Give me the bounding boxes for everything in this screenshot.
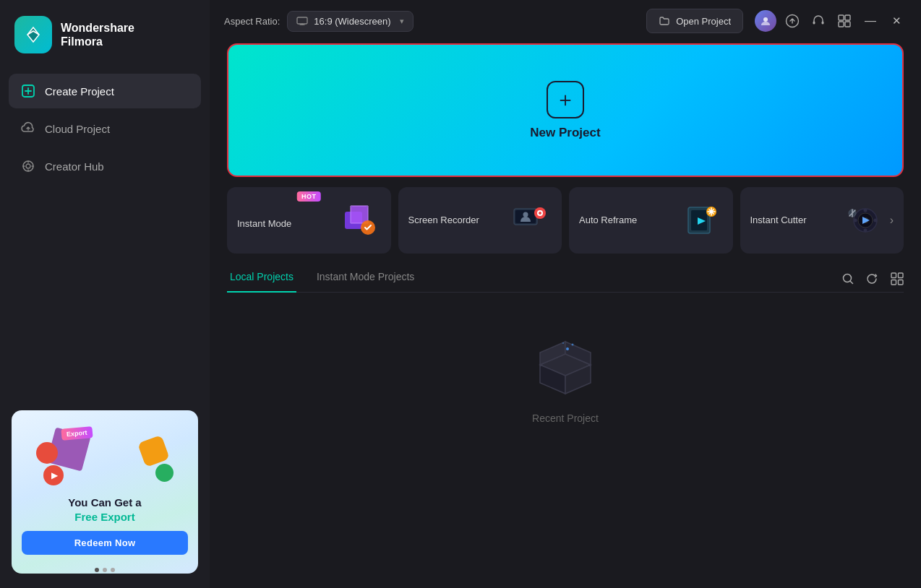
svg-rect-37 [891,280,896,285]
svg-point-30 [853,219,857,222]
svg-rect-35 [891,273,896,278]
new-project-banner[interactable]: ＋ New Project [227,43,904,177]
quick-tool-auto-reframe[interactable]: Auto Reframe [569,187,733,254]
svg-point-2 [26,164,30,168]
sidebar-creator-hub-label: Creator Hub [45,160,104,173]
svg-rect-10 [839,22,844,27]
minimize-button[interactable]: — [860,11,881,31]
promo-dots [12,568,198,572]
quick-tool-instant-mode[interactable]: HOT Instant Mode [227,187,391,254]
svg-point-40 [572,344,574,346]
svg-point-29 [863,229,867,233]
instant-cutter-label: Instant Cutter [750,215,832,227]
promo-dot-3 [111,568,115,572]
app-name: Wondershare Filmora [61,21,134,48]
svg-point-20 [539,212,541,215]
cloud-icon [20,121,36,137]
new-project-plus-icon: ＋ [547,81,584,118]
topbar-left: Aspect Ratio: 16:9 (Widescreen) ▾ [224,11,414,32]
svg-point-31 [873,219,877,222]
svg-point-4 [763,17,768,22]
empty-state-label: Recent Project [532,412,599,424]
empty-box-icon [526,336,605,401]
logo-icon [14,16,52,53]
sidebar-item-creator-hub[interactable]: Creator Hub [9,149,201,183]
promo-play-icon: ▶ [43,465,64,485]
aspect-ratio-value: 16:9 (Widescreen) [314,16,390,27]
promo-art: Export ▶ [22,420,188,493]
sidebar-item-create-project[interactable]: Create Project [9,74,201,108]
svg-rect-8 [839,15,844,20]
sidebar-item-cloud-project[interactable]: Cloud Project [9,111,201,146]
auto-reframe-icon [680,199,723,242]
aspect-ratio-dropdown[interactable]: 16:9 (Widescreen) ▾ [287,11,413,32]
creator-hub-icon [20,158,36,174]
user-avatar[interactable] [755,10,776,32]
instant-cutter-icon [838,199,881,242]
topbar-right: Open Project [646,9,907,33]
svg-point-39 [566,347,569,350]
new-project-label: New Project [530,126,600,140]
dropdown-arrow-icon: ▾ [400,17,404,26]
window-controls-group: — ✕ [755,10,907,32]
tabs-right-controls [841,272,904,285]
promo-shape-orange [137,435,170,467]
empty-state: Recent Project [227,307,904,438]
folder-icon [659,15,670,27]
svg-point-41 [562,342,564,344]
svg-rect-3 [297,17,307,24]
redeem-button[interactable]: Redeem Now [22,531,188,555]
sidebar-cloud-project-label: Cloud Project [45,123,110,135]
sidebar-create-project-label: Create Project [45,85,114,98]
quick-tool-screen-recorder[interactable]: Screen Recorder [398,187,562,254]
tab-instant-mode-projects[interactable]: Instant Mode Projects [314,265,417,293]
open-project-label: Open Project [676,16,731,27]
promo-line2: Free Export [74,511,134,523]
open-project-button[interactable]: Open Project [646,9,743,33]
svg-rect-7 [822,22,824,25]
app-name-line1: Wondershare [61,21,134,35]
monitor-icon [296,17,308,25]
svg-rect-13 [351,206,368,223]
sidebar-nav: Create Project Cloud Project [0,74,210,183]
close-button[interactable]: ✕ [886,11,907,31]
headset-icon[interactable] [808,11,828,31]
instant-mode-icon [338,199,381,242]
quick-tool-instant-cutter[interactable]: Instant Cutter [740,187,904,254]
svg-point-17 [523,212,528,217]
projects-tabs: Local Projects Instant Mode Projects [227,265,904,293]
svg-rect-38 [899,280,904,285]
main-content: Aspect Ratio: 16:9 (Widescreen) ▾ [210,0,921,588]
svg-rect-9 [845,15,850,20]
hot-badge: HOT [297,191,321,202]
quick-tools-row: HOT Instant Mode Screen Recorder [210,187,921,254]
tab-local-projects[interactable]: Local Projects [227,265,296,293]
upload-icon[interactable] [782,11,802,31]
search-button[interactable] [841,272,854,285]
create-project-icon [20,83,36,99]
svg-rect-36 [899,273,904,278]
svg-rect-11 [845,22,850,27]
app-name-line2: Filmora [61,35,134,48]
screen-recorder-icon [508,199,552,242]
app-logo: Wondershare Filmora [0,0,210,74]
promo-line1: You Can Get a [68,496,141,509]
projects-section: Local Projects Instant Mode Projects [210,265,921,588]
promo-card: Export ▶ You Can Get a Free Export Redee… [12,410,198,574]
promo-dot-1 [95,568,99,572]
promo-dot-2 [103,568,107,572]
promo-shape-green [155,464,174,482]
screen-recorder-label: Screen Recorder [408,215,503,227]
refresh-button[interactable] [866,272,879,285]
svg-rect-6 [813,22,815,25]
svg-point-28 [863,209,867,212]
layout-icon[interactable] [834,11,854,31]
promo-headline: You Can Get a Free Export [68,496,141,524]
promo-shape-red [36,442,58,464]
sidebar: Wondershare Filmora Create Project [0,0,210,588]
more-tools-chevron[interactable]: › [890,214,894,227]
instant-mode-label: Instant Mode [237,211,332,230]
grid-view-button[interactable] [891,272,904,285]
topbar: Aspect Ratio: 16:9 (Widescreen) ▾ [210,0,921,39]
aspect-ratio-label: Aspect Ratio: [224,16,280,27]
